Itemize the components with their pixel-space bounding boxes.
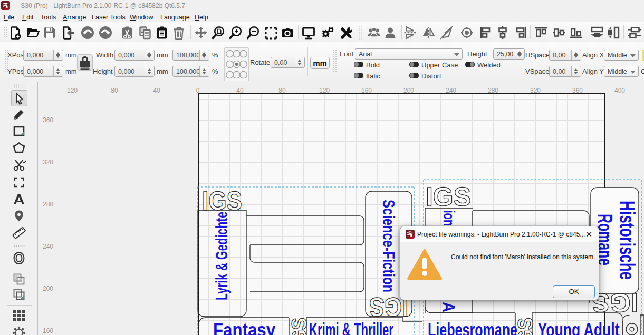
svg-text:Science-Fiction: Science-Fiction: [379, 200, 398, 292]
svg-text:Krimi & Thriller: Krimi & Thriller: [309, 319, 393, 335]
svg-text:ion: ion: [440, 210, 458, 226]
svg-text:IGS: IGS: [202, 186, 242, 216]
svg-text:Lyrik & Gedichte: Lyrik & Gedichte: [212, 212, 231, 300]
svg-text:Liebesromane: Liebesromane: [428, 319, 517, 335]
svg-text:Fantasy: Fantasy: [213, 319, 275, 335]
svg-text:IGS: IGS: [287, 318, 311, 335]
svg-text:IGS: IGS: [426, 182, 471, 212]
svg-text:Young Adult: Young Adult: [538, 319, 620, 335]
svg-text:Historische: Historische: [616, 201, 639, 280]
svg-text:A: A: [439, 302, 459, 312]
